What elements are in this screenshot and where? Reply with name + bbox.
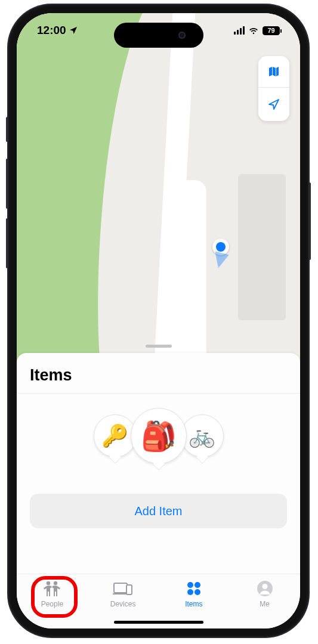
location-arrow-icon	[267, 97, 281, 112]
current-location-marker	[212, 239, 229, 255]
map-building	[238, 174, 286, 320]
sheet-grabber[interactable]	[146, 345, 172, 348]
items-sheet[interactable]: Items 🔑 🎒 🚲 Add Item	[17, 353, 300, 580]
map-controls	[258, 56, 289, 121]
sheet-title: Items	[17, 353, 300, 393]
status-time: 12:00	[37, 24, 78, 37]
map-style-icon	[267, 64, 281, 79]
svg-point-1	[54, 581, 57, 585]
backpack-icon: 🎒	[141, 419, 177, 453]
screen: 12:00 79	[17, 13, 300, 628]
power-button	[308, 182, 311, 260]
devices-icon	[112, 579, 134, 598]
svg-point-4	[187, 582, 193, 588]
svg-point-9	[262, 584, 267, 589]
add-item-button[interactable]: Add Item	[30, 494, 287, 528]
tab-label: Devices	[110, 600, 136, 608]
side-button	[6, 117, 8, 142]
tab-label: People	[41, 600, 63, 608]
home-indicator[interactable]	[114, 621, 203, 624]
tab-items[interactable]: Items	[161, 579, 227, 608]
tab-people[interactable]: People	[19, 579, 85, 608]
tab-label: Items	[185, 600, 202, 608]
key-icon: 🔑	[101, 423, 128, 448]
map-view[interactable]	[17, 13, 300, 385]
recenter-button[interactable]	[258, 88, 289, 121]
item-bubble-keys[interactable]: 🔑	[94, 414, 137, 457]
volume-down-button	[6, 218, 8, 268]
tab-label: Me	[260, 600, 270, 608]
svg-rect-2	[114, 583, 127, 593]
wifi-icon	[248, 25, 259, 36]
person-circle-icon	[256, 579, 274, 598]
clock-text: 12:00	[37, 24, 66, 37]
svg-point-7	[194, 589, 200, 595]
items-icon	[185, 579, 203, 598]
map-style-button[interactable]	[258, 56, 289, 87]
battery-percentage: 79	[267, 27, 274, 34]
add-item-label: Add Item	[134, 504, 182, 518]
tab-me[interactable]: Me	[232, 579, 298, 608]
item-bubble-backpack[interactable]: 🎒	[131, 408, 187, 464]
svg-rect-3	[126, 585, 132, 595]
svg-point-0	[47, 581, 50, 585]
phone-frame: 12:00 79	[8, 5, 308, 637]
bicycle-icon: 🚲	[189, 423, 215, 448]
item-bubble-bicycle[interactable]: 🚲	[181, 414, 224, 457]
tab-devices[interactable]: Devices	[90, 579, 156, 608]
dynamic-island	[114, 23, 203, 48]
volume-up-button	[6, 159, 8, 209]
svg-point-6	[187, 589, 193, 595]
battery-indicator: 79	[263, 26, 280, 35]
suggested-items-row: 🔑 🎒 🚲	[17, 394, 300, 467]
location-services-icon	[69, 26, 78, 35]
cellular-signal-icon	[234, 26, 245, 35]
svg-point-5	[194, 582, 200, 588]
people-icon	[41, 579, 63, 598]
